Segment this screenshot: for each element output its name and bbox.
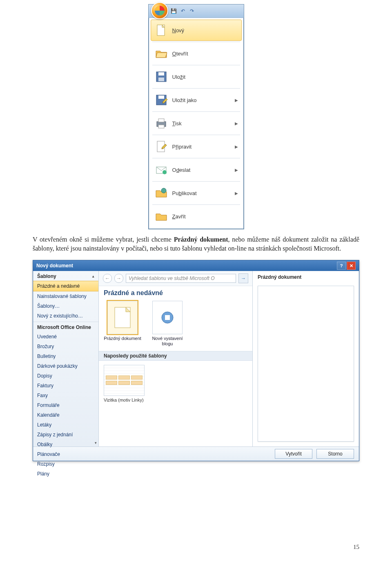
svg-rect-17 [165, 315, 170, 320]
sidebar-item[interactable]: Plánovače [33, 449, 98, 459]
sidebar-item[interactable]: Formuláře [33, 400, 98, 410]
menu-separator [152, 204, 240, 205]
cancel-button[interactable]: Storno [316, 449, 354, 459]
dialog-title: Nový dokument [36, 263, 73, 269]
scroll-down-icon[interactable]: ▾ [95, 441, 97, 445]
svg-rect-9 [158, 125, 164, 128]
menu-item-label: Uložit jako [172, 97, 231, 103]
sidebar-item[interactable]: Kalendáře [33, 410, 98, 420]
close-icon [154, 209, 168, 223]
menu-item-publikovat[interactable]: Publikovat▶ [151, 182, 242, 204]
doc-icon [107, 301, 138, 334]
menu-separator [152, 88, 240, 89]
svg-point-12 [163, 170, 167, 174]
sidebar-item[interactable]: Obálky [33, 440, 98, 449]
sidebar-item[interactable]: Dárkové poukázky [33, 361, 98, 371]
sidebar-group-online: Microsoft Office Online [33, 322, 98, 332]
new-document-dialog-screenshot: Nový dokument ? ✕ Šablony ▴ Prázdné a ne… [33, 260, 359, 461]
business-card-icon [104, 365, 145, 396]
template-thumb[interactable]: Nové vystavení blogu [149, 301, 186, 347]
menu-item-p-ipravit[interactable]: Připravit▶ [151, 136, 242, 157]
page-number: 15 [353, 544, 359, 551]
menu-separator [152, 65, 240, 65]
recent-template-label: Vizitka (motiv Linky) [104, 398, 145, 402]
undo-icon[interactable]: ↶ [180, 8, 186, 14]
menu-item-label: Uložit [172, 74, 238, 80]
sidebar-item[interactable]: Plány [33, 469, 98, 479]
template-thumb[interactable]: Prázdný dokument [104, 301, 141, 347]
sidebar-item[interactable]: Šablony… [33, 301, 98, 311]
svg-rect-6 [158, 96, 164, 99]
sidebar-item[interactable]: Letáky [33, 420, 98, 430]
saveas-icon [154, 93, 168, 107]
scroll-up-icon[interactable]: ▴ [92, 274, 94, 278]
open-icon [154, 47, 168, 60]
recent-template-item[interactable]: Vizitka (motiv Linky) [104, 365, 145, 402]
save-icon[interactable]: 💾 [171, 8, 177, 14]
svg-rect-8 [158, 119, 164, 122]
search-input[interactable]: Vyhledat šablonu ve službě Microsoft O [126, 274, 236, 283]
center-section-heading: Prázdné a nedávné [99, 286, 252, 298]
para-pre: V otevřeném okně si můžeme vybrat, jestl… [33, 236, 174, 243]
menu-item-label: Zavřít [172, 213, 238, 220]
prepare-icon [154, 140, 168, 153]
forward-icon[interactable]: → [114, 274, 123, 283]
help-icon[interactable]: ? [337, 262, 346, 270]
menu-separator [152, 42, 240, 42]
sidebar-item[interactable]: Prázdné a nedávné [33, 281, 98, 291]
preview-pane: Prázdný dokument [253, 271, 359, 446]
publish-icon [154, 186, 168, 200]
blog-icon [152, 301, 183, 334]
menu-item-label: Tisk [172, 120, 231, 127]
menu-separator [152, 181, 240, 182]
body-paragraph: V otevřeném okně si můžeme vybrat, jestl… [33, 235, 359, 253]
back-icon[interactable]: ← [103, 274, 112, 283]
svg-rect-3 [158, 72, 164, 76]
sidebar-item[interactable]: Bulletiny [33, 351, 98, 361]
menu-item-otev-t[interactable]: Otevřít [151, 43, 242, 64]
menu-item-zav-t[interactable]: Zavřít [151, 206, 242, 227]
menu-item-label: Otevřít [172, 51, 238, 57]
menu-separator [152, 158, 240, 158]
sidebar-item[interactable]: Nainstalované šablony [33, 291, 98, 301]
template-thumb-label: Nové vystavení blogu [149, 336, 186, 347]
recent-templates-heading: Naposledy použité šablony [99, 351, 252, 361]
menu-item-ulo-it[interactable]: Uložit [151, 66, 242, 87]
dialog-titlebar: Nový dokument ? ✕ [33, 260, 359, 271]
sidebar-item[interactable]: Zápisy z jednání [33, 430, 98, 440]
office-menu-screenshot: 💾 ↶ ↷ NovýOtevřítUložitUložit jako▶Tisk▶… [148, 0, 244, 229]
dialog-center-pane: ← → Vyhledat šablonu ve službě Microsoft… [99, 271, 253, 446]
svg-point-13 [161, 188, 166, 193]
sidebar-item[interactable]: Rozpisy [33, 459, 98, 469]
office-button-icon[interactable] [151, 2, 168, 19]
menu-item-nov-[interactable]: Nový [151, 20, 242, 41]
sidebar-item[interactable]: Nový z existujícího… [33, 311, 98, 321]
menu-item-ulo-it-jako[interactable]: Uložit jako▶ [151, 89, 242, 111]
templates-sidebar: Šablony ▴ Prázdné a nedávnéNainstalované… [33, 271, 99, 446]
sidebar-item[interactable]: Brožury [33, 342, 98, 351]
menu-item-odeslat[interactable]: Odeslat▶ [151, 159, 242, 180]
menu-item-label: Připravit [172, 144, 231, 150]
sidebar-item[interactable]: Faktury [33, 381, 98, 391]
save-icon [154, 70, 168, 84]
new-doc-icon [154, 23, 168, 37]
submenu-arrow-icon: ▶ [235, 168, 238, 172]
send-icon [154, 163, 168, 177]
submenu-arrow-icon: ▶ [235, 144, 238, 149]
sidebar-item[interactable]: Uvedené [33, 332, 98, 342]
create-button[interactable]: Vytvořit [275, 449, 312, 459]
sidebar-item[interactable]: Dopisy [33, 371, 98, 381]
preview-sheet-icon [258, 286, 354, 442]
sidebar-header: Šablony ▴ [33, 271, 98, 281]
search-go-icon[interactable]: → [238, 273, 248, 283]
menu-item-label: Publikovat [172, 190, 231, 196]
sidebar-item[interactable]: Faxy [33, 391, 98, 400]
close-icon[interactable]: ✕ [347, 262, 356, 270]
quick-access-toolbar: 💾 ↶ ↷ [149, 4, 244, 18]
menu-item-tisk[interactable]: Tisk▶ [151, 113, 242, 134]
submenu-arrow-icon: ▶ [235, 121, 238, 126]
redo-icon[interactable]: ↷ [189, 8, 195, 14]
menu-separator [152, 111, 240, 112]
para-bold: Prázdný dokument [174, 236, 228, 243]
menu-item-label: Nový [172, 27, 238, 33]
